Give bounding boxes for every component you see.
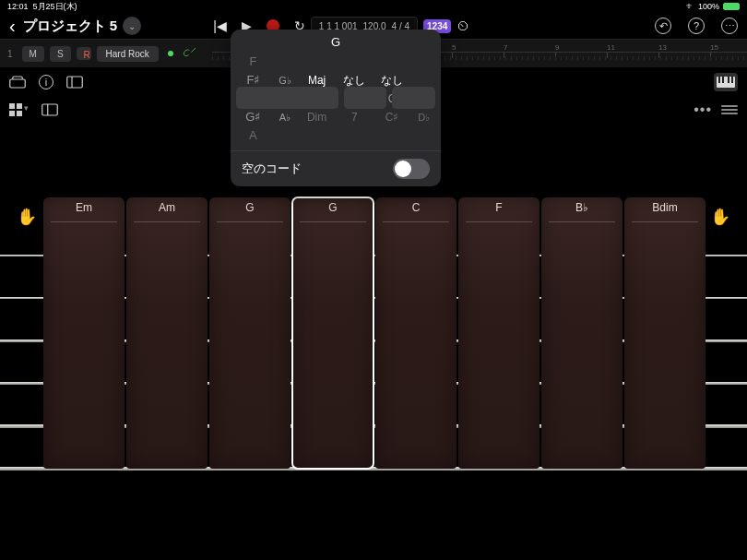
track-number: 1 bbox=[7, 49, 13, 59]
browser-icon[interactable] bbox=[9, 76, 26, 89]
svg-rect-11 bbox=[17, 111, 22, 116]
svg-rect-0 bbox=[10, 79, 26, 88]
chord-label: C bbox=[375, 197, 456, 225]
chord-column[interactable]: F bbox=[458, 197, 540, 469]
chord-column[interactable]: Bdim bbox=[624, 197, 706, 469]
extension-wheel[interactable]: なし 6 7 bbox=[336, 53, 374, 145]
chord-popup-title: G bbox=[231, 30, 441, 53]
info-icon[interactable]: i bbox=[39, 75, 53, 89]
grid-view-icon[interactable]: ▾ bbox=[9, 103, 29, 116]
ruler-tick: 15 bbox=[710, 43, 718, 52]
battery-text: 100% bbox=[698, 2, 719, 11]
status-time: 12:01 bbox=[7, 2, 29, 11]
project-title[interactable]: プロジェクト 5 bbox=[23, 18, 118, 35]
ruler-tick: 7 bbox=[504, 43, 507, 52]
record-enable-button[interactable]: R bbox=[77, 47, 91, 60]
svg-rect-10 bbox=[9, 111, 15, 116]
help-icon[interactable]: ? bbox=[688, 18, 705, 34]
right-hand-icon[interactable]: ✋ bbox=[710, 207, 730, 227]
root-wheel[interactable]: F F♯ G G♯ A bbox=[234, 53, 272, 145]
status-date: 5月25日(木) bbox=[33, 2, 77, 11]
chord-column[interactable]: Am bbox=[126, 197, 208, 469]
chord-column[interactable]: C bbox=[375, 197, 456, 469]
back-chevron-icon[interactable]: ‹ bbox=[9, 16, 16, 37]
mute-button[interactable]: M bbox=[22, 46, 44, 62]
chord-column[interactable]: G bbox=[209, 197, 290, 469]
chord-strip: EmAmGGCFB♭Bdim bbox=[43, 197, 707, 469]
empty-chord-label: 空のコード bbox=[242, 161, 302, 177]
quality-wheel[interactable]: Maj Min Dim bbox=[298, 53, 336, 145]
chord-editor-popup: G F F♯ G G♯ A G♭ A♭ Maj Min Dim なし 6 7 bbox=[231, 30, 441, 186]
svg-rect-1 bbox=[67, 77, 83, 88]
list-icon[interactable] bbox=[721, 103, 738, 116]
track-name[interactable]: Hard Rock bbox=[97, 46, 159, 62]
chord-label: G bbox=[292, 197, 374, 225]
options-icon[interactable]: ••• bbox=[694, 101, 712, 118]
more-menu-icon[interactable]: ⋯ bbox=[721, 18, 738, 34]
svg-rect-4 bbox=[718, 77, 720, 83]
ios-status-bar: 12:01 5月25日(木) ᯤ 100% bbox=[0, 0, 747, 13]
ruler-tick: 5 bbox=[452, 43, 456, 52]
chord-column[interactable]: G bbox=[292, 197, 374, 469]
guitar-icon[interactable] bbox=[183, 46, 197, 61]
bass-wheel[interactable]: なし C C♯ bbox=[374, 53, 411, 145]
chord-column[interactable]: Em bbox=[43, 197, 125, 469]
keyboard-toggle[interactable] bbox=[714, 73, 738, 91]
bass-enharmonic-wheel[interactable]: D♭ bbox=[410, 53, 437, 145]
root-enharmonic-wheel[interactable]: G♭ A♭ bbox=[272, 53, 299, 145]
svg-rect-7 bbox=[731, 77, 733, 83]
svg-rect-8 bbox=[9, 103, 15, 109]
input-monitor-dot bbox=[168, 51, 173, 56]
left-hand-icon[interactable]: ✋ bbox=[17, 207, 37, 227]
metronome-icon[interactable]: ⏲ bbox=[456, 18, 469, 33]
svg-rect-9 bbox=[17, 103, 22, 109]
chord-label: Bdim bbox=[624, 197, 706, 225]
svg-rect-5 bbox=[722, 77, 724, 83]
chord-label: G bbox=[209, 197, 290, 225]
go-to-start-icon[interactable]: |◀ bbox=[213, 18, 227, 33]
ruler-tick: 11 bbox=[607, 43, 615, 52]
project-menu-caret[interactable]: ⌄ bbox=[123, 17, 141, 35]
chord-label: Am bbox=[126, 197, 208, 225]
battery-icon bbox=[723, 3, 740, 10]
wifi-icon: ᯤ bbox=[686, 2, 694, 11]
svg-rect-6 bbox=[728, 77, 729, 83]
chord-label: B♭ bbox=[541, 197, 622, 225]
chord-strip-area: ✋ ✋ EmAmGGCFB♭Bdim bbox=[0, 197, 747, 474]
svg-rect-12 bbox=[42, 104, 58, 115]
chord-label: Em bbox=[43, 197, 125, 225]
empty-chord-switch[interactable] bbox=[393, 159, 430, 179]
ruler-tick: 9 bbox=[555, 43, 559, 52]
panel-icon[interactable] bbox=[66, 76, 83, 89]
undo-icon[interactable]: ↶ bbox=[655, 18, 671, 34]
split-view-icon[interactable] bbox=[42, 103, 58, 116]
solo-button[interactable]: S bbox=[50, 46, 71, 62]
ruler-tick: 13 bbox=[658, 43, 667, 52]
chord-column[interactable]: B♭ bbox=[541, 197, 622, 469]
chord-label: F bbox=[458, 197, 540, 225]
